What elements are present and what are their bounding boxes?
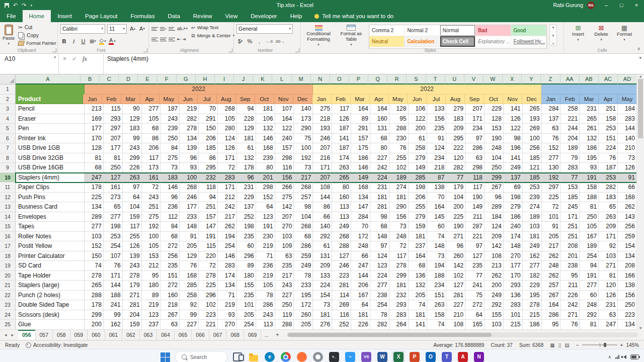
cell[interactable]: 275 — [313, 104, 332, 114]
month-cell[interactable]: Apr — [599, 95, 618, 105]
style-chip-normal[interactable]: Normal — [440, 25, 475, 36]
font-size-select[interactable]: 11▾ — [107, 24, 127, 34]
month-cell[interactable]: Jul — [427, 95, 446, 105]
cell[interactable]: 73 — [427, 251, 446, 261]
cell[interactable]: 137 — [504, 173, 523, 183]
style-chip-comma-2[interactable]: Comma 2 — [369, 25, 405, 36]
cell[interactable]: 187 — [332, 143, 351, 153]
cell[interactable]: 138 — [618, 281, 637, 291]
cell[interactable]: 103 — [485, 320, 504, 330]
cell[interactable]: 100 — [294, 143, 313, 153]
month-cell[interactable]: May — [159, 95, 179, 105]
cell[interactable]: 65 — [104, 202, 123, 212]
ribbon-tab-review[interactable]: Review — [187, 10, 219, 22]
accessibility-status[interactable]: Accessibility: Investigate — [26, 342, 88, 348]
cell[interactable]: 92 — [180, 300, 199, 310]
cell[interactable]: 107 — [275, 104, 294, 114]
cell[interactable]: 210 — [618, 143, 637, 153]
cell[interactable]: 192 — [142, 222, 161, 232]
cell[interactable]: 193 — [313, 124, 332, 134]
cell[interactable]: 156 — [389, 212, 409, 222]
month-cell[interactable]: Oct — [484, 95, 503, 105]
cell[interactable]: 93 — [580, 163, 599, 173]
cell[interactable]: 60 — [237, 241, 256, 251]
cell[interactable]: 283 — [389, 310, 409, 320]
cell[interactable]: 181 — [409, 232, 428, 242]
cell[interactable]: 205 — [180, 241, 199, 251]
cell[interactable]: 126 — [123, 241, 142, 251]
cell[interactable]: 118 — [199, 183, 218, 193]
cell[interactable]: 266 — [275, 183, 294, 193]
cell[interactable]: 159 — [123, 212, 142, 222]
cell[interactable]: 168 — [351, 183, 370, 193]
cell[interactable]: 168 — [180, 271, 199, 281]
cell[interactable]: 267 — [160, 310, 180, 320]
cell[interactable]: 225 — [199, 281, 218, 291]
cell[interactable]: 240 — [504, 222, 523, 232]
bold-button[interactable]: B — [60, 37, 68, 45]
cell[interactable]: 81 — [85, 153, 104, 163]
cell[interactable]: 95 — [142, 271, 161, 281]
row-header-1[interactable]: 1 — [0, 84, 16, 95]
cell[interactable]: 271 — [599, 261, 618, 271]
copy-button[interactable]: Copy — [17, 32, 57, 39]
ribbon-tab-formulas[interactable]: Formulas — [124, 10, 162, 22]
cell[interactable]: 105 — [142, 241, 161, 251]
cell[interactable]: 148 — [427, 241, 446, 251]
wrap-text-button[interactable]: ↩ Wrap Text — [190, 24, 235, 31]
confirm-entry-icon[interactable]: ✓ — [72, 55, 77, 62]
cell[interactable]: 146 — [218, 251, 237, 261]
indent-icons[interactable]: ⇤ ⇥ — [177, 35, 186, 43]
row-header-3[interactable]: 3 — [0, 104, 16, 114]
cell[interactable]: 271 — [560, 310, 580, 320]
cell[interactable]: 232 — [199, 173, 218, 183]
column-header-O[interactable]: O — [330, 74, 349, 84]
cell[interactable]: 151 — [160, 271, 180, 281]
column-header-N[interactable]: N — [311, 74, 330, 84]
cell[interactable]: 141 — [504, 104, 523, 114]
cell[interactable]: 297 — [542, 183, 561, 193]
ribbon-tab-insert[interactable]: Insert — [51, 10, 78, 22]
sheet-tab-062[interactable]: 062 — [122, 330, 140, 340]
minimize-button[interactable]: – — [599, 0, 614, 10]
row-header-13[interactable]: 13 — [0, 202, 16, 212]
align-bottom-icon[interactable] — [169, 27, 175, 31]
cell[interactable]: 219 — [256, 271, 275, 281]
cell[interactable]: 207 — [275, 212, 294, 222]
cell[interactable]: 299 — [85, 310, 104, 320]
cell[interactable]: 131 — [313, 251, 332, 261]
column-header-G[interactable]: G — [177, 74, 196, 84]
cell[interactable]: 106 — [409, 104, 428, 114]
align-right-icon[interactable] — [169, 38, 175, 41]
cell[interactable]: 100 — [180, 173, 199, 183]
cell[interactable]: 270 — [218, 320, 237, 330]
cell[interactable]: 209 — [313, 261, 332, 271]
cell[interactable]: 70 — [199, 104, 218, 114]
cell[interactable]: 167 — [580, 232, 599, 242]
cell[interactable]: 254 — [237, 320, 256, 330]
cell[interactable]: 291 — [351, 124, 370, 134]
cell[interactable]: 91 — [180, 232, 199, 242]
cell[interactable]: 128 — [389, 104, 409, 114]
cell[interactable]: 70 — [351, 222, 370, 232]
cell[interactable]: 64 — [123, 193, 142, 203]
cell[interactable]: 247 — [85, 173, 104, 183]
cell[interactable]: 104 — [294, 212, 313, 222]
cell[interactable]: 268 — [294, 183, 313, 193]
cell[interactable]: 283 — [560, 163, 580, 173]
cell[interactable]: 134 — [351, 193, 370, 203]
cell[interactable]: 198 — [104, 222, 123, 232]
gallery-more-icon[interactable]: ≡ — [552, 42, 554, 45]
cell[interactable]: 281 — [370, 202, 389, 212]
cell[interactable]: 99 — [123, 134, 142, 144]
collapse-ribbon-icon[interactable]: ∧ — [637, 46, 640, 51]
cell[interactable]: 230 — [389, 134, 409, 144]
cell[interactable]: 278 — [180, 124, 199, 134]
cell[interactable]: 268 — [218, 104, 237, 114]
cell[interactable]: 189 — [560, 143, 580, 153]
cell[interactable]: 195 — [580, 153, 599, 163]
cell[interactable]: 226 — [351, 320, 370, 330]
cell[interactable]: 200 — [409, 124, 428, 134]
cell[interactable]: 271 — [446, 232, 465, 242]
cell[interactable]: 186 — [504, 212, 523, 222]
